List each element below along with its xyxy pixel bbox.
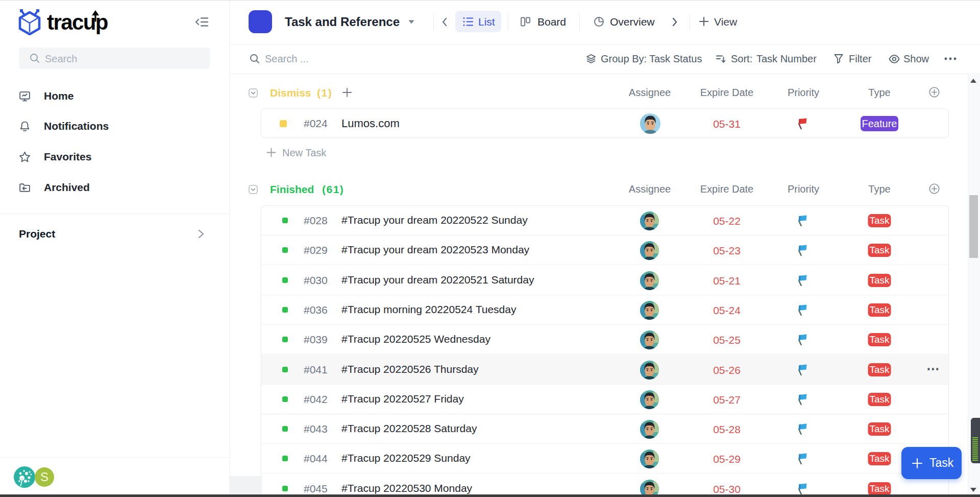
svg-text:S: S: [40, 470, 48, 484]
